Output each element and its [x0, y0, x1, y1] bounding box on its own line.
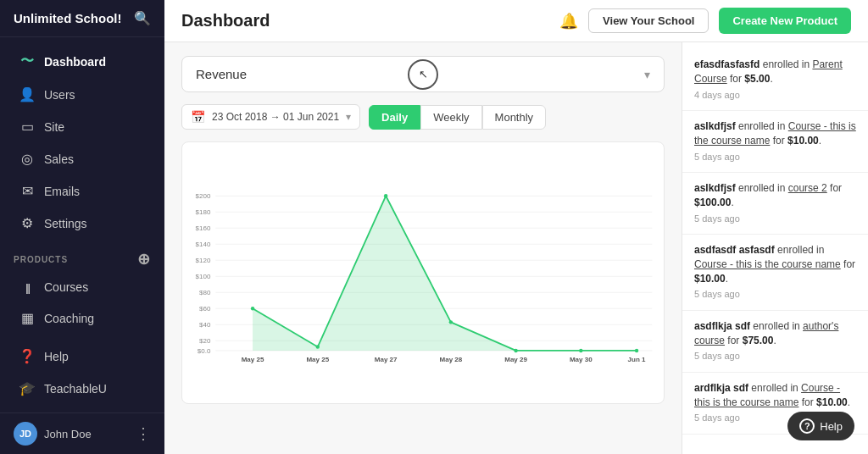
- site-icon: ▭: [19, 119, 36, 135]
- date-chevron-icon: ▾: [346, 111, 351, 123]
- activity-user: aslkdfjsf: [694, 120, 736, 132]
- date-range-picker[interactable]: 📅 23 Oct 2018 → 01 Jun 2021 ▾: [181, 104, 360, 130]
- sidebar-item-sales[interactable]: ◎ Sales: [5, 143, 159, 174]
- header: Dashboard 🔔 View Your School Create New …: [164, 0, 868, 42]
- activity-time: 5 days ago: [694, 288, 856, 301]
- sidebar-item-label: Coaching: [44, 312, 94, 325]
- chart-svg: $200 $180 $160 $140 $120 $100 $80 $60 $4…: [191, 151, 655, 403]
- help-fab-label: Help: [820, 420, 843, 433]
- sidebar-item-users[interactable]: 👤 Users: [5, 79, 159, 110]
- sidebar-item-courses[interactable]: ||| Courses: [5, 273, 159, 302]
- activity-user: aslkdfjsf: [694, 182, 736, 194]
- sidebar-item-label: Help: [44, 350, 69, 363]
- help-fab[interactable]: ? Help: [787, 412, 854, 440]
- activity-user: asdfasdf asfasdf: [694, 244, 775, 256]
- weekly-button[interactable]: Weekly: [420, 105, 481, 130]
- sidebar-item-label: Emails: [44, 185, 80, 198]
- sidebar-item-settings[interactable]: ⚙ Settings: [5, 208, 159, 239]
- sidebar-item-label: Site: [44, 120, 64, 134]
- calendar-icon: 📅: [191, 110, 205, 124]
- monthly-button[interactable]: Monthly: [482, 105, 547, 130]
- svg-text:$0.0: $0.0: [198, 347, 211, 355]
- svg-point-28: [579, 349, 582, 352]
- sales-icon: ◎: [19, 151, 36, 167]
- sidebar-item-label: Courses: [44, 280, 88, 294]
- svg-text:May 25: May 25: [242, 356, 264, 363]
- view-school-button[interactable]: View Your School: [588, 8, 709, 33]
- activity-panel: efasdfasfasfd enrolled in Parent Course …: [682, 42, 868, 454]
- content-area: Revenue ↖ ▾ 📅 23 Oct 2018 → 01 Jun 2021 …: [164, 42, 868, 454]
- svg-marker-22: [253, 196, 637, 351]
- help-icon: ❓: [19, 348, 36, 364]
- svg-text:May 25: May 25: [306, 356, 329, 363]
- activity-time: 5 days ago: [694, 350, 856, 363]
- sidebar-item-emails[interactable]: ✉ Emails: [5, 175, 159, 207]
- revenue-chart: $200 $180 $160 $140 $120 $100 $80 $60 $4…: [181, 141, 665, 404]
- svg-text:$200: $200: [196, 192, 211, 200]
- add-product-icon[interactable]: ⊕: [137, 250, 151, 269]
- notification-icon[interactable]: 🔔: [559, 12, 578, 30]
- sidebar-item-site[interactable]: ▭ Site: [5, 111, 159, 142]
- sidebar-nav: 〜 Dashboard 👤 Users ▭ Site ◎ Sales ✉ Ema…: [0, 37, 164, 412]
- activity-time: 4 days ago: [694, 89, 856, 102]
- sidebar-item-label: Settings: [44, 217, 87, 230]
- sidebar-item-help[interactable]: ❓ Help: [5, 340, 159, 372]
- sidebar-footer: JD John Doe ⋮: [0, 412, 164, 454]
- teachableu-icon: 🎓: [19, 380, 36, 396]
- sidebar-item-label: Users: [44, 88, 75, 102]
- daily-button[interactable]: Daily: [369, 105, 420, 130]
- coaching-icon: ▦: [19, 310, 36, 326]
- courses-icon: |||: [19, 281, 36, 294]
- emails-icon: ✉: [19, 183, 36, 199]
- activity-item: efasdfasfasfd enrolled in Parent Course …: [682, 49, 868, 111]
- svg-text:May 27: May 27: [375, 356, 398, 363]
- page-title: Dashboard: [181, 11, 549, 30]
- svg-text:$20: $20: [199, 337, 211, 345]
- brand-name: Unlimited School!: [14, 11, 122, 25]
- sidebar-item-label: TeachableU: [44, 382, 107, 396]
- svg-point-29: [635, 349, 638, 352]
- products-section-label: PRODUCTS ⊕: [0, 240, 164, 272]
- svg-text:Jun 1: Jun 1: [628, 356, 646, 363]
- activity-user: asdflkja sdf: [694, 320, 750, 332]
- settings-icon: ⚙: [19, 215, 36, 231]
- create-product-button[interactable]: Create New Product: [719, 8, 851, 34]
- svg-point-26: [449, 320, 453, 324]
- svg-point-25: [384, 194, 387, 197]
- svg-text:May 30: May 30: [570, 356, 593, 363]
- revenue-dropdown[interactable]: Revenue ↖ ▾: [181, 56, 665, 92]
- activity-user: efasdfasfasfd: [694, 58, 760, 70]
- sidebar-item-dashboard[interactable]: 〜 Dashboard: [5, 45, 159, 78]
- search-icon[interactable]: 🔍: [134, 10, 151, 26]
- sidebar-brand: Unlimited School! 🔍: [0, 0, 164, 37]
- activity-item: aslkdfjsf enrolled in Course - this is t…: [682, 111, 868, 173]
- sidebar-item-label: Sales: [44, 152, 74, 166]
- activity-item: asdflkja sdf enrolled in author's course…: [682, 311, 868, 373]
- date-range-text: 23 Oct 2018 → 01 Jun 2021: [212, 111, 339, 123]
- dashboard-panel: Revenue ↖ ▾ 📅 23 Oct 2018 → 01 Jun 2021 …: [164, 42, 682, 454]
- svg-text:May 28: May 28: [440, 356, 463, 363]
- svg-text:$60: $60: [199, 305, 211, 313]
- users-icon: 👤: [19, 86, 36, 102]
- period-buttons: Daily Weekly Monthly: [369, 105, 546, 130]
- chevron-down-icon: ▾: [644, 68, 650, 81]
- dashboard-icon: 〜: [19, 53, 36, 70]
- svg-text:$80: $80: [199, 289, 211, 296]
- activity-amount: $10.00: [694, 273, 726, 285]
- activity-user: ardflkja sdf: [694, 382, 748, 394]
- activity-amount: $100.00: [694, 197, 731, 208]
- avatar: JD: [14, 422, 37, 446]
- sidebar-item-coaching[interactable]: ▦ Coaching: [5, 302, 159, 334]
- sidebar-item-label: Dashboard: [44, 55, 106, 69]
- svg-point-27: [514, 349, 517, 352]
- sidebar: Unlimited School! 🔍 〜 Dashboard 👤 Users …: [0, 0, 164, 454]
- more-options-icon[interactable]: ⋮: [136, 424, 151, 443]
- svg-text:$180: $180: [196, 208, 211, 216]
- activity-item: aslkdfjsf enrolled in course 2 for $100.…: [682, 173, 868, 235]
- activity-amount: $75.00: [743, 335, 774, 346]
- sidebar-item-teachableu[interactable]: 🎓 TeachableU: [5, 373, 159, 404]
- footer-username: John Doe: [44, 428, 129, 440]
- activity-time: 5 days ago: [694, 213, 856, 225]
- cursor-circle: ↖: [408, 59, 438, 90]
- svg-text:$100: $100: [196, 273, 211, 280]
